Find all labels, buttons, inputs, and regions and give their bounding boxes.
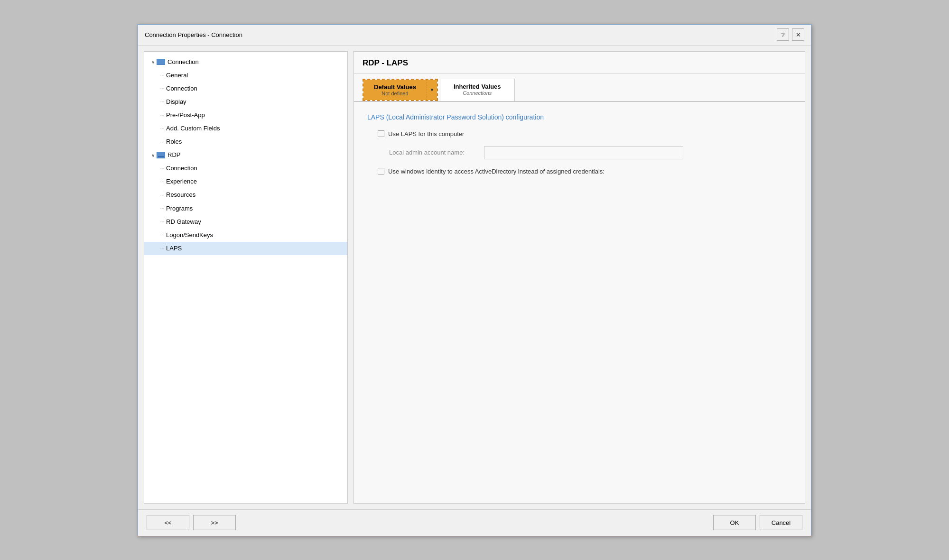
main-dialog: Connection Properties - Connection ? ✕ ∨…: [138, 24, 811, 536]
dot-spacer: ···: [158, 177, 166, 186]
tree-item-general[interactable]: ···General: [144, 69, 347, 82]
tree-panel: ∨Connection···General···Connection···Dis…: [144, 51, 348, 504]
windows-identity-label: Use windows identity to access ActiveDir…: [388, 168, 605, 175]
tree-item-label: Add. Custom Fields: [166, 123, 220, 134]
tab-default-sublabel: Not defined: [374, 91, 416, 96]
tree-item-rdp-connection[interactable]: ···Connection: [144, 162, 347, 175]
tab-inherited-sublabel: Connections: [454, 90, 501, 96]
tree-item-label: General: [166, 70, 188, 81]
tree-item-label: Logon/SendKeys: [166, 230, 213, 240]
tab-inherited-values[interactable]: Inherited Values Connections: [440, 79, 515, 101]
dot-spacer: ···: [158, 71, 166, 80]
dot-spacer: ···: [158, 84, 166, 93]
tree-item-resources[interactable]: ···Resources: [144, 188, 347, 202]
expand-icon: ∨: [149, 151, 157, 159]
tree-item-rdp-root[interactable]: ∨ RDP: [144, 148, 347, 162]
tree-item-label: Connection: [166, 163, 197, 174]
dot-spacer: ···: [158, 111, 166, 120]
tree-item-display[interactable]: ···Display: [144, 95, 347, 109]
cancel-button[interactable]: Cancel: [760, 515, 802, 530]
title-bar-buttons: ? ✕: [777, 28, 804, 41]
main-content: LAPS (Local Administrator Password Solut…: [354, 102, 805, 503]
tree-item-label: Experience: [166, 176, 197, 187]
dot-spacer: ···: [158, 191, 166, 200]
close-button[interactable]: ✕: [792, 28, 804, 41]
tree-item-experience[interactable]: ···Experience: [144, 175, 347, 188]
dot-spacer: ···: [158, 124, 166, 133]
nav-buttons: << >>: [147, 515, 236, 530]
tree-item-label: Pre-/Post-App: [166, 110, 205, 120]
tree-item-label: Connection: [166, 83, 197, 94]
help-button[interactable]: ?: [777, 28, 789, 41]
tab-default-values[interactable]: Default Values Not defined ▼: [363, 79, 438, 101]
local-admin-row: Local admin account name:: [389, 146, 791, 159]
dot-spacer: ···: [158, 164, 166, 173]
tree-item-label: Connection: [167, 57, 199, 67]
chevron-down-icon: ▼: [429, 87, 434, 92]
dot-spacer: ···: [158, 230, 166, 239]
right-panel: RDP - LAPS Default Values Not defined ▼ …: [354, 51, 805, 504]
tree-item-connection-root[interactable]: ∨Connection: [144, 55, 347, 69]
use-laps-label: Use LAPS for this computer: [388, 130, 464, 138]
local-admin-input[interactable]: [484, 146, 683, 159]
tree-item-laps[interactable]: ···LAPS: [144, 242, 347, 255]
rdp-icon: [157, 152, 165, 158]
dot-spacer: ···: [158, 217, 166, 226]
title-bar: Connection Properties - Connection ? ✕: [138, 25, 811, 46]
action-buttons: OK Cancel: [713, 515, 802, 530]
back-button[interactable]: <<: [147, 515, 189, 530]
tree-item-label: Roles: [166, 137, 182, 147]
tree-item-add-custom-fields[interactable]: ···Add. Custom Fields: [144, 122, 347, 135]
tree-item-label: Programs: [166, 203, 193, 214]
use-laps-checkbox-wrapper: Use LAPS for this computer: [378, 130, 464, 138]
dot-spacer: ···: [158, 138, 166, 147]
tree-item-label: LAPS: [166, 243, 182, 254]
windows-identity-checkbox[interactable]: [378, 168, 384, 174]
ok-button[interactable]: OK: [713, 515, 756, 530]
dot-spacer: ···: [158, 97, 166, 106]
tab-dropdown-arrow[interactable]: ▼: [427, 80, 437, 100]
monitor-icon: [157, 59, 165, 65]
windows-identity-checkbox-wrapper: Use windows identity to access ActiveDir…: [378, 168, 605, 175]
tree-item-pre-post-app[interactable]: ···Pre-/Post-App: [144, 109, 347, 122]
tab-bar: Default Values Not defined ▼ Inherited V…: [354, 74, 805, 102]
use-laps-row: Use LAPS for this computer: [378, 130, 791, 138]
tree-item-logon-sendkeys[interactable]: ···Logon/SendKeys: [144, 229, 347, 242]
right-header: RDP - LAPS: [354, 52, 805, 74]
tab-default-label: Default Values: [374, 83, 416, 91]
tab-inherited-label: Inherited Values: [454, 83, 501, 90]
panel-title: RDP - LAPS: [363, 58, 796, 68]
dot-spacer: ···: [158, 244, 166, 253]
section-title: LAPS (Local Administrator Password Solut…: [367, 113, 791, 121]
tree-item-connection[interactable]: ···Connection: [144, 82, 347, 95]
local-admin-label: Local admin account name:: [389, 149, 484, 156]
content-area: ∨Connection···General···Connection···Dis…: [138, 46, 811, 509]
tree-item-programs[interactable]: ···Programs: [144, 202, 347, 215]
tree-item-roles[interactable]: ···Roles: [144, 135, 347, 148]
expand-icon: ∨: [149, 58, 157, 66]
forward-button[interactable]: >>: [193, 515, 236, 530]
tree-item-label: Display: [166, 97, 186, 107]
windows-identity-row: Use windows identity to access ActiveDir…: [378, 168, 791, 175]
dot-spacer: ···: [158, 204, 166, 213]
use-laps-checkbox[interactable]: [378, 130, 384, 137]
bottom-bar: << >> OK Cancel: [138, 509, 811, 536]
tree-item-label: RD Gateway: [166, 217, 201, 227]
dialog-title: Connection Properties - Connection: [145, 31, 242, 38]
tree-item-label: Resources: [166, 190, 195, 200]
tree-item-rd-gateway[interactable]: ···RD Gateway: [144, 215, 347, 229]
tree-item-label: RDP: [167, 150, 180, 160]
